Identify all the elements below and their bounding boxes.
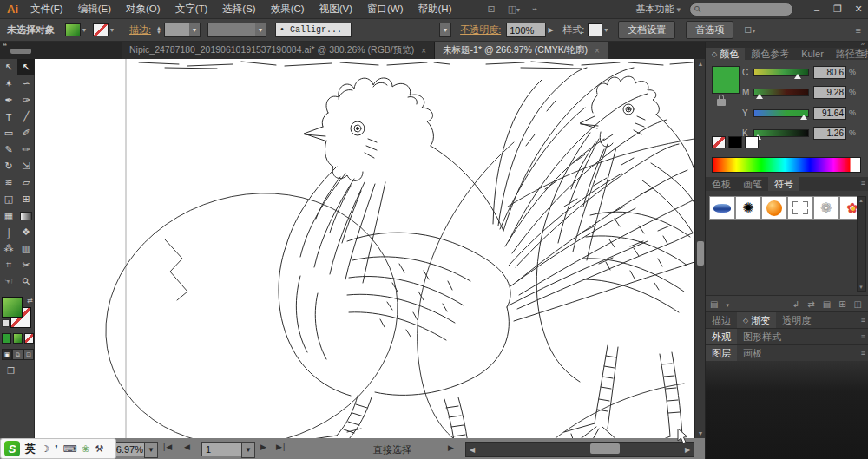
add-anchor-point-tool[interactable]: ✑ xyxy=(17,92,35,108)
menu-help[interactable]: 帮助(H) xyxy=(418,3,452,16)
vertical-scroll-thumb[interactable] xyxy=(697,241,704,266)
column-graph-tool[interactable]: ▥ xyxy=(17,240,35,257)
rotate-tool[interactable]: ↻ xyxy=(0,158,17,174)
opacity-input[interactable]: 100% xyxy=(506,23,546,37)
menu-type[interactable]: 文字(T) xyxy=(175,3,208,16)
tab-color[interactable]: ◇颜色 xyxy=(706,48,745,60)
blob-brush-tool[interactable]: ✏ xyxy=(17,141,35,158)
tab-color-guide[interactable]: 颜色参考 xyxy=(745,48,795,60)
blend-tool[interactable]: ❖ xyxy=(17,224,35,240)
next-artboard-button[interactable]: ▶ xyxy=(260,443,267,451)
preferences-button[interactable]: 首选项 xyxy=(686,21,733,39)
brush-definition-select[interactable]: • Calligr... xyxy=(275,23,352,37)
white-swatch[interactable] xyxy=(745,136,759,148)
close-icon[interactable]: × xyxy=(421,46,426,56)
control-bar-menu-icon[interactable]: ≡ xyxy=(856,25,861,36)
last-artboard-button[interactable]: ▶| xyxy=(276,443,286,451)
ime-punctuation-icon[interactable]: ❜ xyxy=(55,443,58,455)
ime-logo[interactable]: S xyxy=(4,441,20,456)
status-expand-icon[interactable]: ▶ xyxy=(448,443,454,452)
panel-menu-icon[interactable]: ≡ xyxy=(861,332,865,341)
tab-kuler[interactable]: Kuler xyxy=(795,48,830,60)
scale-tool[interactable]: ⇲ xyxy=(17,158,35,174)
width-tool[interactable]: ≋ xyxy=(0,174,17,191)
ime-language-toggle[interactable]: 英 xyxy=(25,442,36,456)
color-spectrum-bar[interactable] xyxy=(712,157,861,173)
symbol-crop-frame[interactable] xyxy=(787,196,813,220)
perspective-grid-tool[interactable]: ⊞ xyxy=(17,191,35,207)
workspace-select[interactable]: 基本功能 ▾ xyxy=(635,3,681,16)
ime-fullhalf-icon[interactable]: ☽ xyxy=(41,443,49,455)
tab-transparency[interactable]: 透明度 xyxy=(776,312,817,328)
fill-swatch[interactable] xyxy=(65,23,81,36)
zoom-tool[interactable]: ⚲ xyxy=(17,273,35,290)
symbol-orange-orb[interactable] xyxy=(761,196,787,220)
slider-marker[interactable] xyxy=(794,74,801,79)
tab-stroke[interactable]: 描边 xyxy=(706,312,737,328)
delete-symbol-icon[interactable]: ◫ xyxy=(854,299,862,309)
tab-swatches[interactable]: 色板 xyxy=(706,177,737,191)
fill-color-control[interactable]: ▾ xyxy=(65,23,86,36)
shape-builder-tool[interactable]: ◱ xyxy=(0,191,17,207)
free-transform-tool[interactable]: ▱ xyxy=(17,174,35,191)
scroll-down-icon[interactable]: ▼ xyxy=(858,285,865,290)
tab-graphic-styles[interactable]: 图形样式 xyxy=(737,329,787,344)
gradient-tool[interactable] xyxy=(17,207,35,224)
pencil-tool[interactable]: ✎ xyxy=(0,141,17,158)
ime-skin-icon[interactable]: ❀ xyxy=(82,443,89,455)
black-value[interactable]: 1.26 xyxy=(813,127,846,140)
none-button[interactable] xyxy=(24,333,34,344)
none-swatch[interactable] xyxy=(712,136,726,148)
tab-brushes[interactable]: 画笔 xyxy=(737,177,768,191)
symbol-ink-splat[interactable]: ✺ xyxy=(735,196,761,220)
minimize-button[interactable]: – xyxy=(807,4,826,15)
search-input[interactable]: ⚲ xyxy=(689,3,793,16)
draw-behind-button[interactable]: ⧉ xyxy=(12,349,23,360)
panel-menu-icon[interactable]: ≡ xyxy=(861,349,865,357)
tab-document-1[interactable]: Nipic_24787180_20190610191537190084.ai* … xyxy=(122,42,435,59)
slice-tool[interactable]: ✂ xyxy=(17,257,35,273)
yellow-slider[interactable] xyxy=(753,109,809,117)
vertical-scrollbar[interactable]: ▲ ▼ xyxy=(694,59,705,438)
swap-fill-stroke-icon[interactable]: ⇄ xyxy=(27,297,33,305)
cs-live-icon[interactable]: ⌁ xyxy=(532,3,538,15)
yellow-value[interactable]: 91.64 xyxy=(813,107,846,120)
stroke-link[interactable]: 描边: xyxy=(129,23,151,36)
tab-symbols[interactable]: 符号 xyxy=(768,177,799,191)
stroke-none-swatch[interactable] xyxy=(93,23,108,36)
tab-gradient[interactable]: ◇渐变 xyxy=(737,312,776,328)
symbol-blue-ribbon[interactable] xyxy=(709,196,735,220)
horizontal-scrollbar[interactable]: ◀ ▶ xyxy=(465,442,694,457)
menu-select[interactable]: 选择(S) xyxy=(222,3,255,16)
paintbrush-tool[interactable]: ✐ xyxy=(17,125,35,141)
menu-edit[interactable]: 编辑(E) xyxy=(78,3,111,16)
slider-marker[interactable] xyxy=(756,94,763,99)
line-segment-tool[interactable]: ╱ xyxy=(17,108,35,125)
ime-keyboard-icon[interactable]: ⌨ xyxy=(62,443,76,455)
magenta-slider[interactable] xyxy=(753,89,809,96)
eyedropper-tool[interactable]: ⌡ xyxy=(0,224,17,240)
lasso-tool[interactable]: ∽ xyxy=(17,75,35,92)
first-artboard-button[interactable]: |◀ xyxy=(163,443,173,451)
pen-tool[interactable]: ✒ xyxy=(0,92,17,108)
symbols-scrollbar[interactable]: ▲ ▼ xyxy=(857,196,866,292)
ime-toolbox-icon[interactable]: ⚒ xyxy=(95,443,104,455)
menu-effect[interactable]: 效果(C) xyxy=(271,3,305,16)
symbol-flower-outline[interactable]: ❁ xyxy=(813,196,839,220)
style-swatch[interactable] xyxy=(588,23,602,36)
selection-tool[interactable]: ↖ xyxy=(0,59,17,75)
panel-menu-icon[interactable]: ≡ xyxy=(861,179,865,187)
menu-file[interactable]: 文件(F) xyxy=(30,3,63,16)
chevron-down-icon[interactable]: ▾ xyxy=(110,26,114,34)
restore-button[interactable]: ❐ xyxy=(828,3,847,15)
artboard-select-caret[interactable]: ▼ xyxy=(241,442,255,458)
magenta-value[interactable]: 9.28 xyxy=(813,86,846,99)
scroll-left-icon[interactable]: ◀ xyxy=(466,446,478,454)
gradient-button[interactable] xyxy=(13,333,23,344)
panel-menu-icon[interactable]: ≡ xyxy=(861,316,865,325)
cyan-slider[interactable] xyxy=(753,69,809,76)
tab-artboards[interactable]: 画板 xyxy=(737,345,768,361)
artboard-tool[interactable]: ⌗ xyxy=(0,257,17,273)
cyan-value[interactable]: 80.6 xyxy=(813,66,846,79)
slider-marker[interactable] xyxy=(800,115,807,120)
